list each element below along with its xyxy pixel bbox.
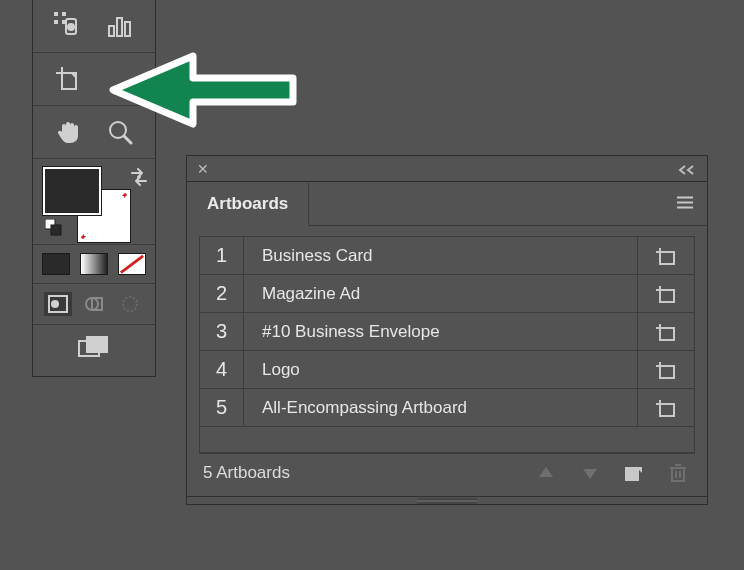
color-mode-row — [33, 245, 155, 284]
fill-stroke-swatches — [33, 159, 155, 245]
svg-rect-16 — [51, 225, 61, 235]
list-item[interactable]: 3 #10 Business Envelope — [200, 313, 694, 351]
list-name: Business Card — [244, 237, 638, 274]
svg-point-22 — [123, 297, 137, 311]
list-number: 1 — [200, 237, 244, 274]
draw-inside-button[interactable] — [116, 292, 144, 316]
symbol-sprayer-tool[interactable] — [48, 6, 88, 46]
list-number: 5 — [200, 389, 244, 426]
tool-row — [33, 0, 155, 53]
default-fill-stroke-icon[interactable] — [45, 219, 63, 240]
svg-rect-2 — [54, 20, 58, 24]
svg-line-13 — [124, 136, 131, 143]
screen-mode-row — [33, 325, 155, 376]
draw-normal-button[interactable] — [44, 292, 72, 316]
tools-panel — [32, 0, 156, 377]
zoom-tool[interactable] — [100, 112, 140, 152]
list-empty-space — [200, 427, 694, 453]
swap-fill-stroke-icon[interactable] — [129, 167, 149, 190]
svg-point-19 — [51, 300, 59, 308]
artboards-panel: ✕ Artboards 1 Business Card — [186, 155, 708, 505]
list-number: 2 — [200, 275, 244, 312]
svg-point-5 — [67, 23, 75, 31]
panel-menu-icon[interactable] — [675, 195, 695, 212]
svg-rect-0 — [54, 12, 58, 16]
svg-rect-8 — [125, 22, 130, 36]
panel-tabbar: Artboards — [187, 182, 707, 226]
list-item[interactable]: 2 Magazine Ad — [200, 275, 694, 313]
color-gradient-button[interactable] — [80, 253, 108, 275]
close-icon[interactable]: ✕ — [197, 162, 209, 176]
svg-line-17 — [121, 256, 143, 273]
svg-rect-44 — [625, 467, 639, 481]
list-name: Magazine Ad — [244, 275, 638, 312]
list-name: All-Encompassing Artboard — [244, 389, 638, 426]
tool-row — [33, 106, 155, 159]
collapse-icon[interactable] — [677, 162, 697, 179]
svg-rect-39 — [660, 366, 674, 378]
svg-rect-30 — [660, 252, 674, 264]
new-artboard-button[interactable] — [617, 460, 651, 486]
list-item[interactable]: 4 Logo — [200, 351, 694, 389]
delete-artboard-button[interactable] — [661, 460, 695, 486]
tab-artboards[interactable]: Artboards — [187, 182, 309, 226]
hand-tool[interactable] — [48, 112, 88, 152]
color-solid-button[interactable] — [42, 253, 70, 275]
artboard-options-icon[interactable] — [638, 313, 694, 350]
artboard-options-icon[interactable] — [638, 389, 694, 426]
move-up-button[interactable] — [529, 460, 563, 486]
artboard-count-label: 5 Artboards — [203, 463, 519, 483]
svg-rect-7 — [117, 18, 122, 36]
svg-rect-1 — [62, 12, 66, 16]
svg-rect-6 — [109, 26, 114, 36]
panel-titlebar: ✕ — [187, 156, 707, 182]
svg-rect-45 — [672, 468, 684, 481]
list-name: #10 Business Envelope — [244, 313, 638, 350]
fill-swatch[interactable] — [43, 167, 101, 215]
artboard-options-icon[interactable] — [638, 237, 694, 274]
svg-rect-36 — [660, 328, 674, 340]
tab-label: Artboards — [207, 194, 288, 214]
artboard-tool[interactable] — [48, 59, 88, 99]
svg-rect-42 — [660, 404, 674, 416]
svg-rect-33 — [660, 290, 674, 302]
list-name: Logo — [244, 351, 638, 388]
color-none-button[interactable] — [118, 253, 146, 275]
artboard-options-icon[interactable] — [638, 275, 694, 312]
svg-rect-24 — [87, 337, 107, 352]
move-down-button[interactable] — [573, 460, 607, 486]
artboard-options-icon[interactable] — [638, 351, 694, 388]
resize-grip[interactable] — [187, 496, 707, 504]
draw-behind-button[interactable] — [80, 292, 108, 316]
draw-mode-row — [33, 284, 155, 325]
list-item[interactable]: 1 Business Card — [200, 237, 694, 275]
panel-footer: 5 Artboards — [187, 454, 707, 496]
list-item[interactable]: 5 All-Encompassing Artboard — [200, 389, 694, 427]
artboard-list: 1 Business Card 2 Magazine Ad 3 #10 Busi… — [199, 236, 695, 454]
column-graph-tool[interactable] — [100, 6, 140, 46]
list-number: 4 — [200, 351, 244, 388]
screen-mode-button[interactable] — [77, 335, 111, 362]
list-number: 3 — [200, 313, 244, 350]
tool-row — [33, 53, 155, 106]
